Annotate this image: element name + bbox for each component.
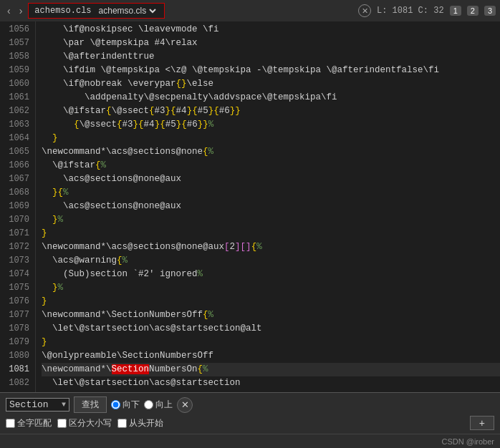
line-number: 1058 <box>0 50 29 64</box>
plus-button[interactable]: + <box>470 416 494 430</box>
search-input[interactable] <box>9 399 59 410</box>
nav-back-button[interactable]: ‹ <box>4 4 14 17</box>
search-dropdown-arrow[interactable]: ▼ <box>62 401 66 409</box>
code-line: \if@nobreak \everypar{}\else <box>42 77 500 91</box>
title-bar: ‹ › achemso.cls achemso.cls ✕ L: 1081 C:… <box>0 0 500 21</box>
casesensitive-checkbox[interactable] <box>57 419 67 428</box>
find-button[interactable]: 查找 <box>74 396 107 413</box>
code-content[interactable]: \if@noskipsec \leavevmode \fi \par \@tem… <box>36 21 500 392</box>
code-line: }% <box>42 281 500 295</box>
position-label: L: 1081 C: 32 <box>377 6 444 16</box>
code-line: \@ifstar{% <box>42 159 500 172</box>
line-number: 1056 <box>0 23 29 36</box>
code-line: \par \@tempskipa #4\relax <box>42 36 500 50</box>
find-row2: 全字匹配 区分大小写 从头开始 + <box>6 416 494 430</box>
file-dropdown[interactable]: achemso.cls <box>96 5 158 16</box>
line-number: 1074 <box>0 268 29 281</box>
code-line: \let\@startsection\acs@startsection <box>42 376 500 390</box>
fromstart-label[interactable]: 从头开始 <box>117 417 163 429</box>
find-bar: ▼ 查找 向下 向上 ✕ 全字匹配 区分大小写 从头开始 + <box>0 392 500 434</box>
line-number: 1077 <box>0 308 29 322</box>
line-number: 1061 <box>0 91 29 104</box>
code-line: \newcommand*\acs@sections@none@aux[2][]{… <box>42 240 500 254</box>
line-number: 1065 <box>0 145 29 159</box>
code-line: }{% <box>42 186 500 200</box>
code-line: \let\@startsection\acs@startsection@alt <box>42 322 500 336</box>
fullword-label[interactable]: 全字匹配 <box>6 417 52 429</box>
code-line: \newcommand*\acs@sections@none{% <box>42 145 500 159</box>
line-number: 1072 <box>0 240 29 254</box>
code-line: } <box>42 132 500 145</box>
line-number: 1066 <box>0 159 29 172</box>
line-number: 1073 <box>0 254 29 268</box>
direction-down-label[interactable]: 向下 <box>111 399 140 411</box>
badge-1: 1 <box>450 6 461 16</box>
filename-tab: achemso.cls achemso.cls <box>28 3 164 19</box>
fullword-checkbox[interactable] <box>6 419 15 428</box>
code-line: } <box>42 336 500 349</box>
line-number: 1067 <box>0 172 29 186</box>
line-number: 1081 <box>0 363 29 376</box>
editor-container: 1056105710581059106010611062106310641065… <box>0 21 500 392</box>
status-text: CSDN @irober <box>441 437 494 446</box>
line-number: 1064 <box>0 132 29 145</box>
line-number: 1057 <box>0 36 29 50</box>
status-bar: CSDN @irober <box>0 434 500 448</box>
direction-up-label[interactable]: 向上 <box>144 399 173 411</box>
code-line: } <box>42 227 500 240</box>
line-number: 1068 <box>0 186 29 200</box>
line-number: 1060 <box>0 77 29 91</box>
line-number: 1080 <box>0 349 29 363</box>
code-line: \newcommand*\SectionNumbersOff{% <box>42 308 500 322</box>
line-number: 1069 <box>0 200 29 213</box>
filename-label: achemso.cls <box>34 6 91 16</box>
line-number: 1076 <box>0 295 29 308</box>
line-number: 1071 <box>0 227 29 240</box>
code-line: \acs@sections@none@aux <box>42 200 500 213</box>
direction-down-radio[interactable] <box>111 400 120 409</box>
code-line: } <box>42 295 500 308</box>
title-right: ✕ L: 1081 C: 32 1 2 3 <box>358 4 496 17</box>
find-row1: ▼ 查找 向下 向上 ✕ <box>6 396 494 413</box>
line-number: 1062 <box>0 104 29 118</box>
code-line: \ifdim \@tempskipa <\z@ \@tempskipa -\@t… <box>42 64 500 77</box>
code-line: \addpenalty\@secpenalty\addvspace\@temps… <box>42 91 500 104</box>
code-line: }% <box>42 213 500 227</box>
line-number: 1075 <box>0 281 29 295</box>
code-line: {\@ssect{#3}{#4}{#5}{#6}}% <box>42 118 500 132</box>
code-line: \@onlypreamble\SectionNumbersOff <box>42 349 500 363</box>
line-number: 1079 <box>0 336 29 349</box>
code-line: \@ifstar{\@ssect{#3}{#4}{#5}{#6}} <box>42 104 500 118</box>
fromstart-checkbox[interactable] <box>117 419 127 428</box>
casesensitive-label[interactable]: 区分大小写 <box>57 417 112 429</box>
line-numbers: 1056105710581059106010611062106310641065… <box>0 21 36 392</box>
code-line: \@afterindenttrue <box>42 50 500 64</box>
code-line: (Sub)section `#2' ignored% <box>42 268 500 281</box>
code-line: \acs@warning{% <box>42 254 500 268</box>
line-number: 1059 <box>0 64 29 77</box>
direction-up-radio[interactable] <box>144 400 153 409</box>
badge-3: 3 <box>484 6 496 16</box>
close-search-button[interactable]: ✕ <box>358 4 371 17</box>
nav-forward-button[interactable]: › <box>16 4 26 17</box>
code-line: \acs@sections@none@aux <box>42 172 500 186</box>
line-number: 1070 <box>0 213 29 227</box>
code-line: \if@noskipsec \leavevmode \fi <box>42 23 500 36</box>
line-number: 1082 <box>0 376 29 390</box>
line-number: 1078 <box>0 322 29 336</box>
code-line: \newcommand*\SectionNumbersOn{% <box>42 363 500 376</box>
clear-search-button[interactable]: ✕ <box>177 397 193 413</box>
line-number: 1063 <box>0 118 29 132</box>
badge-2: 2 <box>467 6 479 16</box>
search-input-wrap: ▼ <box>6 398 69 412</box>
